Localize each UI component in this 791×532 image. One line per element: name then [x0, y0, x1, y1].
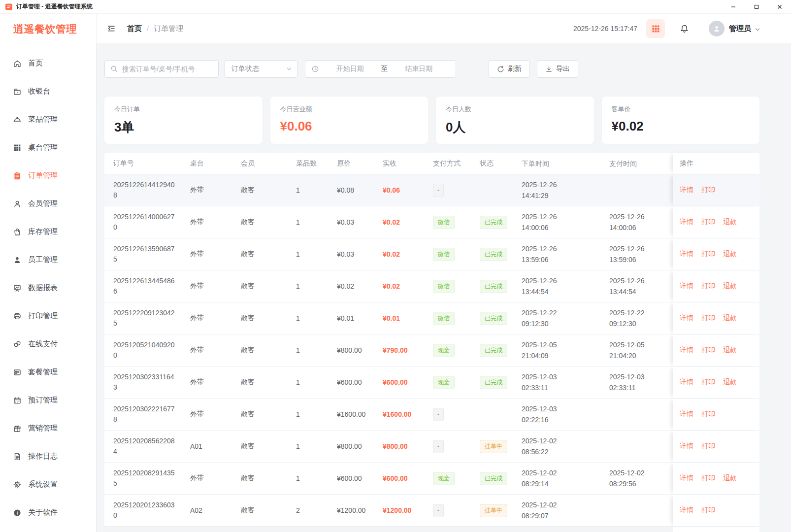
minimize-button[interactable]	[722, 0, 745, 14]
refund-link[interactable]: 退款	[723, 378, 737, 387]
sidebar-item-reports[interactable]: 数据报表	[0, 274, 96, 302]
member-cell: 散客	[241, 378, 296, 387]
print-link[interactable]: 打印	[701, 218, 715, 227]
sidebar-item-marketing[interactable]: 营销管理	[0, 414, 96, 442]
sidebar-item-reservations[interactable]: 预订管理	[0, 386, 96, 414]
sidebar-menu: 首页 收银台 菜品管理 桌台管理 订单管理 会员管理 库存管理 员工管理 数据报…	[0, 44, 96, 527]
sidebar-item-online-payment[interactable]: 在线支付	[0, 330, 96, 358]
detail-link[interactable]: 详情	[680, 346, 693, 355]
menu-fold-icon[interactable]	[107, 24, 116, 33]
actions-cell: 详情打印退款	[673, 238, 759, 270]
detail-link[interactable]: 详情	[680, 250, 693, 259]
about-icon	[13, 508, 22, 517]
refund-link[interactable]: 退款	[723, 250, 737, 259]
sidebar-item-settings[interactable]: 系统设置	[0, 470, 96, 499]
sidebar-item-inventory[interactable]: 库存管理	[0, 218, 96, 246]
refund-link[interactable]: 退款	[723, 282, 737, 291]
stat-label: 今日营业额	[280, 105, 419, 114]
payment-tag: 现金	[433, 472, 455, 485]
status-cell: 已完成	[480, 376, 522, 389]
paid-amount-cell: ¥600.00	[383, 474, 433, 482]
print-link[interactable]: 打印	[701, 378, 715, 387]
print-link[interactable]: 打印	[701, 282, 715, 291]
detail-link[interactable]: 详情	[680, 442, 693, 451]
detail-link[interactable]: 详情	[680, 186, 693, 195]
search-box	[104, 60, 219, 78]
detail-link[interactable]: 详情	[680, 474, 693, 483]
original-price-cell: ¥600.00	[337, 378, 383, 386]
detail-link[interactable]: 详情	[680, 378, 693, 387]
column-header-real: 实收	[383, 159, 433, 168]
start-date-input[interactable]: 开始日期	[319, 65, 381, 73]
sidebar-item-members[interactable]: 会员管理	[0, 190, 96, 218]
sidebar-item-staff[interactable]: 员工管理	[0, 246, 96, 274]
detail-link[interactable]: 详情	[680, 410, 693, 419]
payment-method-cell: 现金	[433, 472, 480, 485]
print-link[interactable]: 打印	[701, 410, 715, 419]
sidebar-item-packages[interactable]: 套餐管理	[0, 358, 96, 386]
refund-link[interactable]: 退款	[723, 346, 737, 355]
payment-tag: 微信	[433, 216, 455, 229]
maximize-button[interactable]	[745, 0, 768, 14]
print-link[interactable]: 打印	[701, 346, 715, 355]
refund-link[interactable]: 退款	[723, 314, 737, 323]
actions-cell: 详情打印退款	[673, 463, 759, 494]
dish-count-cell: 1	[296, 186, 337, 194]
order-status-select[interactable]: 订单状态	[225, 60, 297, 78]
actions-cell: 详情打印	[673, 174, 759, 206]
sidebar-item-printing[interactable]: 打印管理	[0, 302, 96, 330]
refresh-button[interactable]: 刷新	[489, 60, 530, 78]
sidebar-item-label: 库存管理	[28, 227, 58, 236]
username[interactable]: 管理员	[729, 24, 751, 33]
payment-tag: 现金	[433, 376, 455, 389]
search-input[interactable]	[122, 65, 213, 73]
close-button[interactable]	[768, 0, 791, 14]
breadcrumb-home[interactable]: 首页	[127, 24, 142, 33]
print-link[interactable]: 打印	[701, 186, 715, 195]
print-link[interactable]: 打印	[701, 442, 715, 451]
printer-icon	[13, 312, 22, 321]
export-button[interactable]: 导出	[537, 60, 578, 78]
user-avatar[interactable]	[709, 21, 725, 36]
member-cell: 散客	[241, 506, 296, 515]
sidebar-item-label: 预订管理	[28, 396, 58, 405]
print-link[interactable]: 打印	[701, 474, 715, 483]
original-price-cell: ¥600.00	[337, 474, 383, 482]
payment-method-cell: 现金	[433, 344, 480, 357]
sidebar-item-orders[interactable]: 订单管理	[0, 162, 96, 190]
chevron-down-icon[interactable]	[755, 26, 760, 32]
detail-link[interactable]: 详情	[680, 506, 693, 515]
print-link[interactable]: 打印	[701, 250, 715, 259]
print-link[interactable]: 打印	[701, 506, 715, 515]
horizontal-scrollbar[interactable]	[104, 527, 673, 532]
sidebar-item-label: 系统设置	[28, 480, 58, 489]
sidebar-item-dishes[interactable]: 菜品管理	[0, 105, 96, 133]
actions-cell: 详情打印退款	[673, 334, 759, 366]
sidebar-item-tables[interactable]: 桌台管理	[0, 133, 96, 162]
detail-link[interactable]: 详情	[680, 282, 693, 291]
detail-link[interactable]: 详情	[680, 218, 693, 227]
date-range-picker[interactable]: 开始日期 至 结束日期	[305, 60, 456, 78]
refund-link[interactable]: 退款	[723, 218, 737, 227]
table-grid-icon	[13, 143, 22, 152]
apps-grid-button[interactable]	[646, 19, 665, 38]
sidebar-item-cashier[interactable]: 收银台	[0, 77, 96, 105]
notification-bell-icon[interactable]	[680, 24, 689, 33]
sidebar-item-about[interactable]: 关于软件	[0, 499, 96, 527]
actions-cell: 详情打印退款	[673, 206, 759, 238]
sidebar-item-logs[interactable]: 操作日志	[0, 442, 96, 470]
payment-method-cell: 微信	[433, 312, 480, 325]
sidebar-item-label: 收银台	[28, 87, 50, 96]
payment-method-cell: -	[433, 184, 480, 197]
refund-link[interactable]: 退款	[723, 474, 737, 483]
sidebar-item-home[interactable]: 首页	[0, 49, 96, 77]
paid-amount-cell: ¥0.06	[383, 186, 433, 194]
print-link[interactable]: 打印	[701, 314, 715, 323]
end-date-input[interactable]: 结束日期	[388, 65, 450, 73]
detail-link[interactable]: 详情	[680, 314, 693, 323]
order-no-cell: 20251202012336030	[104, 500, 190, 521]
payment-method-cell: 现金	[433, 376, 480, 389]
column-header-member: 会员	[241, 159, 296, 168]
window-titlebar: 订单管理 - 逍遥餐饮管理系统	[0, 0, 791, 14]
table-cell: 外带	[190, 410, 241, 419]
